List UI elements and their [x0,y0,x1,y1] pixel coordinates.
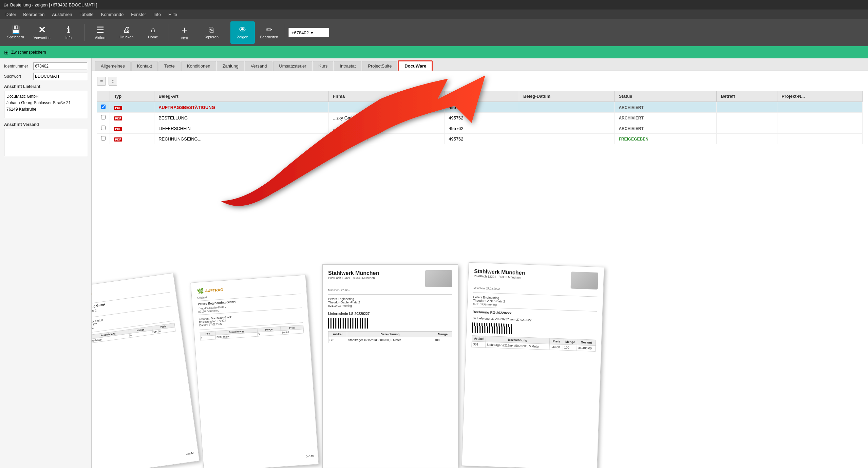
save-button[interactable]: 💾 Speichern [3,21,28,44]
edit-icon: ✏ [266,26,272,34]
tab-allgemeines[interactable]: Allgemeines [95,61,131,71]
pdf-icon: PDF [114,127,122,131]
menu-fenster[interactable]: Fenster [128,11,149,18]
doc4-divider2 [473,307,597,312]
menu-datei[interactable]: Datei [2,11,19,18]
doc4-table-row: S01 Stahlträger ø215m×d500×200, 5 Meter … [472,341,596,352]
search-input[interactable]: BDOCUMATI [33,73,87,80]
quick-bar-label[interactable]: Zwischenspeichern [11,50,46,55]
id-input[interactable]: 678402 [33,62,87,70]
tab-projectsuite[interactable]: ProjectSuite [362,61,397,71]
doc1-divider2 [92,306,172,321]
dw-list-view-button[interactable]: ≡ [97,77,106,86]
row3-checkbox[interactable] [97,123,110,134]
tab-konditionen[interactable]: Konditionen [181,61,216,71]
menu-kommando[interactable]: Kommando [98,11,127,18]
row1-betreff [717,102,777,113]
row1-beleg-datum [519,102,615,113]
doc3-doc-label: Lieferschein LS-20220227 [328,312,452,316]
col-betreff: Betreff [717,91,777,102]
quick-bar-icon: ⊞ [4,49,8,56]
print-button[interactable]: 🖨 Drucken [114,21,139,44]
discard-button[interactable]: ✕ Verwerfen [30,21,54,44]
row1-checkbox[interactable] [97,102,110,113]
tab-kontakt[interactable]: Kontakt [131,61,158,71]
checkbox-1[interactable] [101,105,106,109]
home-button[interactable]: ⌂ Home [141,21,165,44]
doc2-divider1 [197,294,301,301]
tab-zahlung[interactable]: Zahlung [217,61,244,71]
table-row[interactable]: PDF BESTELLUNG ...zky GmbH 495762 ARCHIV… [97,113,863,123]
address-versand-title: Anschrift Versand [4,122,87,127]
doc4-location: München, 27.02.2022 [473,286,598,294]
doc1-body: PosBezeichnungMengePreis 1Stahl-Träger53… [92,323,176,346]
show-label: Zeigen [237,35,248,39]
tab-kurs[interactable]: Kurs [313,61,334,71]
row1-typ: PDF [110,102,154,113]
row2-firma: ...zky GmbH [328,113,445,123]
tab-umsatzsteuer[interactable]: Umsatzsteuer [273,61,312,71]
row4-checkbox[interactable] [97,134,110,144]
quick-bar: ⊞ Zwischenspeichern [0,46,868,58]
info-button[interactable]: ℹ Info [56,21,81,44]
action-button[interactable]: ☰ Aktion [88,21,112,44]
sort-icon: ↕ [112,78,114,84]
tab-intrastat[interactable]: Intrastat [334,61,361,71]
new-icon: ＋ [180,25,189,35]
address-line-1: DocuMatic GmbH [6,93,85,100]
new-button[interactable]: ＋ Neu [172,21,197,44]
row2-beleg-datum [519,113,615,123]
menu-hilfe[interactable]: Hilfe [165,11,181,18]
record-number-dropdown[interactable]: +678402 ▾ [288,28,329,37]
col-beleg-art: Beleg-Art [154,91,329,102]
menu-ausfuehren[interactable]: Ausführen [49,11,75,18]
tab-versand[interactable]: Versand [245,61,273,71]
row2-projekt-nr [777,113,863,123]
col-status: Status [615,91,717,102]
checkbox-4[interactable] [101,136,106,141]
show-button[interactable]: 👁 Zeigen [230,21,255,44]
doc4-addr: PostFach 12321 · 86333 München [474,274,525,279]
home-icon: ⌂ [151,26,155,34]
row2-checkbox[interactable] [97,113,110,123]
doc2-header: 🌿 AUFTRAG [197,281,301,294]
address-line-3: 76149 Karlsruhe [6,106,85,113]
col-beleg-nr: Beleg-Nr. [445,91,519,102]
toolbar-sep-1 [84,24,84,41]
doc2-divider2 [199,307,302,315]
row1-firma [328,102,445,113]
search-value: BDOCUMATI [35,74,59,79]
doc4-table-header: Artikel Bezeichnung Preis Menge Gesamt [472,336,596,346]
dw-sort-button[interactable]: ↕ [109,77,117,86]
menu-info[interactable]: Info [150,11,164,18]
row3-beleg-art: LIEFERSCHEIN [154,123,329,134]
edit-button[interactable]: ✏ Bearbeiten [257,21,281,44]
main-content: Identnummer 678402 Suchwort BDOCUMATI An… [0,58,868,468]
menu-bearbeiten[interactable]: Bearbeiten [20,11,48,18]
checkbox-2[interactable] [101,115,106,119]
table-row[interactable]: PDF LIEFERSCHEIN ...uMatic GmbH 495762 A… [97,123,863,134]
row4-beleg-art: RECHNUNGSEING... [154,134,329,144]
info-icon: ℹ [67,25,70,34]
show-icon: 👁 [239,26,246,34]
row3-projekt-nr [777,123,863,134]
table-row[interactable]: PDF AUFTRAGSBESTÄTIGUNG 495762 ARCHIVIER… [97,102,863,113]
tab-docuware[interactable]: DocuWare [398,60,433,71]
col-beleg-datum: Beleg-Datum [519,91,615,102]
row2-status: ARCHIVIERT [615,113,717,123]
checkbox-3[interactable] [101,126,106,130]
title-text: Bestellung - zeigen [+678402 BDOCUMATI ] [10,2,97,7]
table-row[interactable]: PDF RECHNUNGSEING... DocuMatic GmbH 4957… [97,134,863,144]
info-label: Info [65,36,72,40]
doc4-doc-label: Rechnung RG-20220227 [473,310,597,318]
doc1-addr: Theodor-Gabler-Platz 282110 Germering [92,298,172,319]
tab-texte[interactable]: Texte [158,61,181,71]
copy-label: Kopieren [204,35,219,39]
doc4-company: Stahlwerk München [474,268,525,276]
row3-status: ARCHIVIERT [615,123,717,134]
copy-button[interactable]: ⎘ Kopieren [199,21,223,44]
col-firma: Firma [328,91,445,102]
doc4-barcode [472,322,513,334]
address-lieferant-box: DocuMatic GmbH Johann-Georg-Schlosser St… [4,91,87,118]
menu-tabelle[interactable]: Tabelle [76,11,97,18]
